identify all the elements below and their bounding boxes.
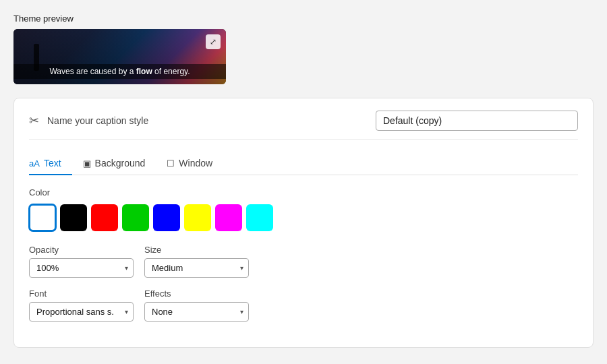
opacity-size-row: Opacity 0% 25% 50% 75% 100% ▾ Size S: [29, 245, 578, 278]
swatch-blue[interactable]: [153, 204, 180, 231]
tab-background[interactable]: ▣ Background: [83, 152, 156, 175]
swatch-magenta[interactable]: [215, 204, 242, 231]
theme-preview: Waves are caused by a flow of energy. ⤢: [13, 29, 226, 84]
theme-preview-label: Theme preview: [13, 13, 594, 24]
opacity-select-wrapper: 0% 25% 50% 75% 100% ▾: [29, 258, 134, 278]
tab-window-label: Window: [179, 158, 212, 169]
size-select[interactable]: Small Medium Large: [144, 258, 249, 278]
size-group: Size Small Medium Large ▾: [144, 245, 249, 278]
size-select-wrapper: Small Medium Large ▾: [144, 258, 249, 278]
name-label: Name your caption style: [47, 115, 368, 126]
color-swatches: [29, 204, 578, 231]
opacity-label: Opacity: [29, 245, 134, 255]
font-group: Font Proportional sans s... Monospace sa…: [29, 289, 134, 322]
font-label: Font: [29, 289, 134, 299]
effects-group: Effects None Raised Depressed Uniform Dr…: [144, 289, 249, 322]
name-row: ✂ Name your caption style: [29, 111, 578, 140]
background-tab-icon: ▣: [83, 158, 91, 169]
swatch-green[interactable]: [122, 204, 149, 231]
swatch-cyan[interactable]: [246, 204, 273, 231]
swatch-yellow[interactable]: [184, 204, 211, 231]
tab-background-label: Background: [95, 158, 146, 169]
font-select-wrapper: Proportional sans s... Monospace sans s.…: [29, 302, 134, 322]
caption-style-card: ✂ Name your caption style aA Text ▣ Back…: [13, 98, 594, 348]
swatch-white[interactable]: [29, 204, 56, 231]
color-section-label: Color: [29, 187, 578, 198]
tab-window[interactable]: ☐ Window: [167, 152, 223, 175]
caption-style-name-input[interactable]: [376, 111, 578, 131]
effects-select-wrapper: None Raised Depressed Uniform Drop shado…: [144, 302, 249, 322]
font-select[interactable]: Proportional sans s... Monospace sans s.…: [29, 302, 134, 322]
preview-caption: Waves are caused by a flow of energy.: [13, 64, 226, 79]
effects-select[interactable]: None Raised Depressed Uniform Drop shado…: [144, 302, 249, 322]
expand-button[interactable]: ⤢: [206, 34, 221, 49]
effects-label: Effects: [144, 289, 249, 299]
tab-text[interactable]: aA Text: [29, 152, 72, 175]
page: Theme preview Waves are caused by a flow…: [0, 0, 607, 361]
opacity-select[interactable]: 0% 25% 50% 75% 100%: [29, 258, 134, 278]
window-tab-icon: ☐: [167, 158, 175, 169]
swatch-black[interactable]: [60, 204, 87, 231]
scissors-icon: ✂: [29, 113, 39, 128]
tab-text-label: Text: [44, 158, 61, 169]
font-effects-row: Font Proportional sans s... Monospace sa…: [29, 289, 578, 322]
text-tab-icon: aA: [29, 158, 40, 169]
size-label: Size: [144, 245, 249, 255]
swatch-red[interactable]: [91, 204, 118, 231]
tabs: aA Text ▣ Background ☐ Window: [29, 152, 578, 175]
opacity-group: Opacity 0% 25% 50% 75% 100% ▾: [29, 245, 134, 278]
